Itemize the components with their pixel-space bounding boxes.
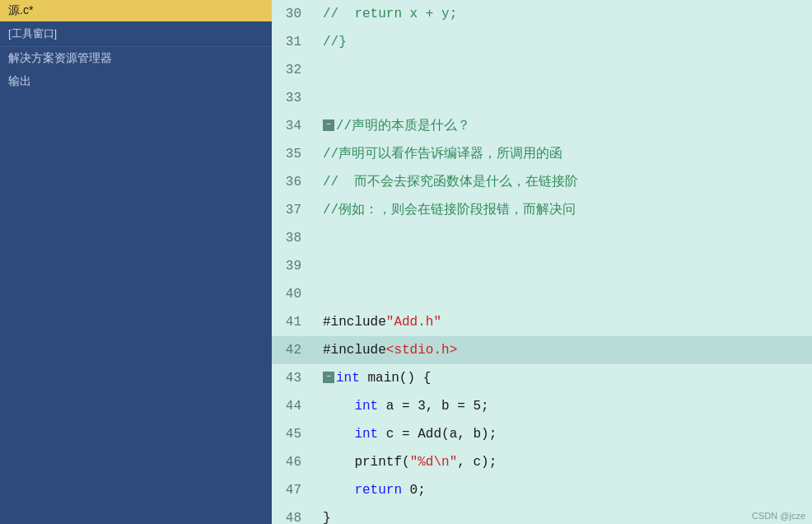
code-line-38: 38	[272, 224, 812, 252]
code-line-32: 32	[272, 56, 812, 84]
code-line-39: 39	[272, 252, 812, 280]
sidebar: 源.c* [工具窗口] 解决方案资源管理器 输出	[0, 0, 272, 524]
line-content-34[interactable]: −//声明的本质是什么？	[320, 112, 812, 140]
line-content-32[interactable]	[320, 56, 812, 84]
line-number-32: 32	[272, 56, 311, 84]
line-number-48: 48	[272, 504, 311, 524]
sidebar-item-output[interactable]: 输出	[0, 70, 272, 93]
line-content-41[interactable]: #include"Add.h"	[320, 308, 812, 336]
line-number-38: 38	[272, 224, 311, 252]
line-content-48[interactable]: }	[320, 504, 812, 524]
code-line-46: 46 printf("%d\n", c);	[272, 448, 812, 476]
line-content-42[interactable]: #include<stdio.h>	[320, 336, 812, 364]
line-number-44: 44	[272, 392, 311, 420]
line-content-37[interactable]: //例如：，则会在链接阶段报错，而解决问	[320, 196, 812, 224]
fold-icon-43[interactable]: −	[323, 372, 334, 383]
line-number-30: 30	[272, 0, 311, 28]
code-line-41: 41 #include"Add.h"	[272, 308, 812, 336]
code-line-48: 48 }	[272, 504, 812, 524]
line-content-33[interactable]	[320, 84, 812, 112]
code-line-30: 30 // return x + y;	[272, 0, 812, 28]
line-number-40: 40	[272, 280, 311, 308]
line-content-43[interactable]: −int main() {	[320, 364, 812, 392]
editor-area: 30 // return x + y; 31 //} 32 33 34	[272, 0, 812, 524]
line-number-46: 46	[272, 448, 311, 476]
code-line-44: 44 int a = 3, b = 5;	[272, 392, 812, 420]
line-number-41: 41	[272, 308, 311, 336]
line-content-40[interactable]	[320, 280, 812, 308]
code-line-31: 31 //}	[272, 28, 812, 56]
line-number-42: 42	[272, 336, 311, 364]
line-number-33: 33	[272, 84, 311, 112]
line-number-45: 45	[272, 420, 311, 448]
line-content-45[interactable]: int c = Add(a, b);	[320, 420, 812, 448]
line-content-39[interactable]	[320, 252, 812, 280]
code-line-34: 34 −//声明的本质是什么？	[272, 112, 812, 140]
line-number-35: 35	[272, 140, 311, 168]
line-number-43: 43	[272, 364, 311, 392]
line-content-30[interactable]: // return x + y;	[320, 0, 812, 28]
line-number-31: 31	[272, 28, 311, 56]
line-content-38[interactable]	[320, 224, 812, 252]
code-line-45: 45 int c = Add(a, b);	[272, 420, 812, 448]
code-line-37: 37 //例如：，则会在链接阶段报错，而解决问	[272, 196, 812, 224]
code-line-43: 43 −int main() {	[272, 364, 812, 392]
line-content-44[interactable]: int a = 3, b = 5;	[320, 392, 812, 420]
line-content-35[interactable]: //声明可以看作告诉编译器，所调用的函	[320, 140, 812, 168]
code-line-42: 42 #include<stdio.h>	[272, 336, 812, 364]
code-area: 30 // return x + y; 31 //} 32 33 34	[272, 0, 812, 524]
line-content-47[interactable]: return 0;	[320, 476, 812, 504]
line-content-46[interactable]: printf("%d\n", c);	[320, 448, 812, 476]
line-number-36: 36	[272, 168, 311, 196]
line-content-31[interactable]: //}	[320, 28, 812, 56]
sidebar-item-solution-explorer[interactable]: 解决方案资源管理器	[0, 47, 272, 70]
code-line-35: 35 //声明可以看作告诉编译器，所调用的函	[272, 140, 812, 168]
line-content-36[interactable]: // 而不会去探究函数体是什么，在链接阶	[320, 168, 812, 196]
code-line-36: 36 // 而不会去探究函数体是什么，在链接阶	[272, 168, 812, 196]
code-line-47: 47 return 0;	[272, 476, 812, 504]
code-line-40: 40	[272, 280, 812, 308]
line-number-39: 39	[272, 252, 311, 280]
line-number-47: 47	[272, 476, 311, 504]
code-line-33: 33	[272, 84, 812, 112]
fold-icon-34[interactable]: −	[323, 119, 334, 131]
sidebar-active-file[interactable]: 源.c*	[0, 0, 272, 21]
line-number-34: 34	[272, 112, 311, 140]
watermark: CSDN @jcze	[752, 511, 805, 521]
sidebar-section-tools: [工具窗口]	[0, 21, 272, 47]
line-number-37: 37	[272, 196, 311, 224]
